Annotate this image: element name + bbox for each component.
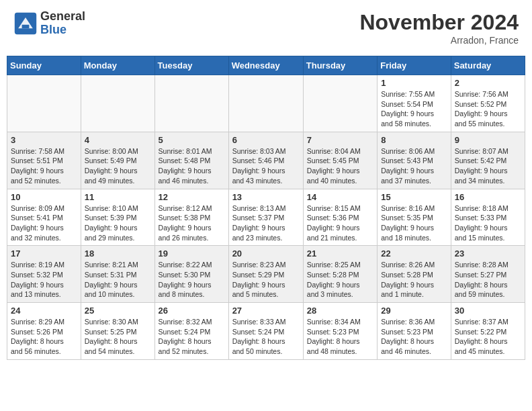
weekday-header-wednesday: Wednesday — [228, 56, 303, 75]
calendar-cell: 13Sunrise: 8:13 AMSunset: 5:37 PMDayligh… — [228, 189, 303, 246]
day-info: Sunrise: 8:19 AMSunset: 5:32 PMDaylight:… — [11, 260, 77, 300]
day-number: 16 — [455, 192, 521, 202]
calendar-cell: 22Sunrise: 8:26 AMSunset: 5:28 PMDayligh… — [378, 246, 451, 303]
calendar-cell: 24Sunrise: 8:29 AMSunset: 5:26 PMDayligh… — [7, 303, 81, 360]
day-info: Sunrise: 8:23 AMSunset: 5:29 PMDaylight:… — [232, 260, 300, 300]
day-number: 1 — [381, 78, 447, 88]
day-info: Sunrise: 8:33 AMSunset: 5:24 PMDaylight:… — [232, 317, 300, 357]
calendar-cell: 26Sunrise: 8:32 AMSunset: 5:24 PMDayligh… — [154, 303, 228, 360]
calendar-cell: 30Sunrise: 8:37 AMSunset: 5:22 PMDayligh… — [451, 303, 525, 360]
day-info: Sunrise: 8:07 AMSunset: 5:42 PMDaylight:… — [455, 146, 521, 186]
weekday-header-tuesday: Tuesday — [154, 56, 228, 75]
calendar-cell: 21Sunrise: 8:25 AMSunset: 5:28 PMDayligh… — [303, 246, 377, 303]
day-info: Sunrise: 8:32 AMSunset: 5:24 PMDaylight:… — [159, 317, 225, 357]
page-header: General Blue November 2024 Arradon, Fran… — [7, 7, 525, 49]
svg-rect-2 — [22, 25, 30, 28]
day-number: 13 — [232, 192, 300, 202]
calendar-cell — [154, 75, 228, 132]
logo-blue: Blue — [40, 24, 85, 37]
day-info: Sunrise: 8:34 AMSunset: 5:23 PMDaylight:… — [307, 317, 373, 357]
day-info: Sunrise: 8:15 AMSunset: 5:36 PMDaylight:… — [307, 203, 373, 243]
calendar-cell: 15Sunrise: 8:16 AMSunset: 5:35 PMDayligh… — [378, 189, 451, 246]
calendar-cell — [228, 75, 303, 132]
week-row-2: 3Sunrise: 7:58 AMSunset: 5:51 PMDaylight… — [7, 132, 525, 189]
day-number: 6 — [232, 135, 300, 145]
calendar-cell: 25Sunrise: 8:30 AMSunset: 5:25 PMDayligh… — [81, 303, 154, 360]
calendar-cell: 19Sunrise: 8:22 AMSunset: 5:30 PMDayligh… — [154, 246, 228, 303]
day-info: Sunrise: 8:04 AMSunset: 5:45 PMDaylight:… — [307, 146, 373, 186]
week-row-5: 24Sunrise: 8:29 AMSunset: 5:26 PMDayligh… — [7, 303, 525, 360]
calendar-cell: 20Sunrise: 8:23 AMSunset: 5:29 PMDayligh… — [228, 246, 303, 303]
day-info: Sunrise: 8:16 AMSunset: 5:35 PMDaylight:… — [381, 203, 447, 243]
day-info: Sunrise: 8:18 AMSunset: 5:33 PMDaylight:… — [455, 203, 521, 243]
calendar-cell — [7, 75, 81, 132]
day-number: 7 — [307, 135, 373, 145]
day-number: 8 — [381, 135, 447, 145]
day-info: Sunrise: 8:03 AMSunset: 5:46 PMDaylight:… — [232, 146, 300, 186]
day-info: Sunrise: 8:28 AMSunset: 5:27 PMDaylight:… — [455, 260, 521, 300]
calendar-cell: 27Sunrise: 8:33 AMSunset: 5:24 PMDayligh… — [228, 303, 303, 360]
day-info: Sunrise: 8:06 AMSunset: 5:43 PMDaylight:… — [381, 146, 447, 186]
day-info: Sunrise: 8:09 AMSunset: 5:41 PMDaylight:… — [11, 203, 77, 243]
calendar-cell: 8Sunrise: 8:06 AMSunset: 5:43 PMDaylight… — [378, 132, 451, 189]
title-block: November 2024 Arradon, France — [359, 10, 519, 46]
logo-general: General — [40, 10, 85, 24]
calendar-cell: 1Sunrise: 7:55 AMSunset: 5:54 PMDaylight… — [378, 75, 451, 132]
day-number: 29 — [381, 306, 447, 316]
day-number: 10 — [11, 192, 77, 202]
calendar-cell — [81, 75, 154, 132]
day-info: Sunrise: 8:26 AMSunset: 5:28 PMDaylight:… — [381, 260, 447, 300]
day-info: Sunrise: 8:12 AMSunset: 5:38 PMDaylight:… — [159, 203, 225, 243]
day-number: 2 — [455, 78, 521, 88]
calendar-cell: 11Sunrise: 8:10 AMSunset: 5:39 PMDayligh… — [81, 189, 154, 246]
day-number: 30 — [455, 306, 521, 316]
logo: General Blue — [13, 10, 85, 37]
logo-icon — [13, 11, 38, 36]
weekday-header-friday: Friday — [378, 56, 451, 75]
day-number: 23 — [455, 248, 521, 259]
logo-text: General Blue — [40, 10, 85, 37]
day-number: 28 — [307, 306, 373, 316]
day-number: 17 — [11, 248, 77, 259]
day-info: Sunrise: 8:01 AMSunset: 5:48 PMDaylight:… — [159, 146, 225, 186]
day-number: 14 — [307, 192, 373, 202]
day-number: 18 — [85, 248, 151, 259]
month-title: November 2024 — [359, 10, 519, 35]
day-info: Sunrise: 8:25 AMSunset: 5:28 PMDaylight:… — [307, 260, 373, 300]
day-number: 21 — [307, 248, 373, 259]
week-row-1: 1Sunrise: 7:55 AMSunset: 5:54 PMDaylight… — [7, 75, 525, 132]
calendar-cell: 9Sunrise: 8:07 AMSunset: 5:42 PMDaylight… — [451, 132, 525, 189]
day-number: 5 — [159, 135, 225, 145]
calendar-cell: 5Sunrise: 8:01 AMSunset: 5:48 PMDaylight… — [154, 132, 228, 189]
calendar-cell: 10Sunrise: 8:09 AMSunset: 5:41 PMDayligh… — [7, 189, 81, 246]
day-number: 4 — [85, 135, 151, 145]
day-number: 20 — [232, 248, 300, 259]
day-info: Sunrise: 8:36 AMSunset: 5:23 PMDaylight:… — [381, 317, 447, 357]
calendar-cell: 3Sunrise: 7:58 AMSunset: 5:51 PMDaylight… — [7, 132, 81, 189]
calendar-cell: 16Sunrise: 8:18 AMSunset: 5:33 PMDayligh… — [451, 189, 525, 246]
calendar-cell: 17Sunrise: 8:19 AMSunset: 5:32 PMDayligh… — [7, 246, 81, 303]
day-info: Sunrise: 7:55 AMSunset: 5:54 PMDaylight:… — [381, 89, 447, 129]
calendar: SundayMondayTuesdayWednesdayThursdayFrid… — [7, 56, 525, 360]
day-info: Sunrise: 8:30 AMSunset: 5:25 PMDaylight:… — [85, 317, 151, 357]
calendar-cell: 12Sunrise: 8:12 AMSunset: 5:38 PMDayligh… — [154, 189, 228, 246]
weekday-header-row: SundayMondayTuesdayWednesdayThursdayFrid… — [7, 56, 525, 75]
day-info: Sunrise: 7:58 AMSunset: 5:51 PMDaylight:… — [11, 146, 77, 186]
day-number: 9 — [455, 135, 521, 145]
day-number: 11 — [85, 192, 151, 202]
weekday-header-saturday: Saturday — [451, 56, 525, 75]
calendar-cell: 28Sunrise: 8:34 AMSunset: 5:23 PMDayligh… — [303, 303, 377, 360]
day-info: Sunrise: 8:37 AMSunset: 5:22 PMDaylight:… — [455, 317, 521, 357]
weekday-header-thursday: Thursday — [303, 56, 377, 75]
calendar-cell: 7Sunrise: 8:04 AMSunset: 5:45 PMDaylight… — [303, 132, 377, 189]
location: Arradon, France — [359, 35, 519, 46]
day-info: Sunrise: 8:00 AMSunset: 5:49 PMDaylight:… — [85, 146, 151, 186]
calendar-cell: 6Sunrise: 8:03 AMSunset: 5:46 PMDaylight… — [228, 132, 303, 189]
day-number: 12 — [159, 192, 225, 202]
week-row-3: 10Sunrise: 8:09 AMSunset: 5:41 PMDayligh… — [7, 189, 525, 246]
calendar-cell: 2Sunrise: 7:56 AMSunset: 5:52 PMDaylight… — [451, 75, 525, 132]
week-row-4: 17Sunrise: 8:19 AMSunset: 5:32 PMDayligh… — [7, 246, 525, 303]
day-info: Sunrise: 8:10 AMSunset: 5:39 PMDaylight:… — [85, 203, 151, 243]
day-number: 3 — [11, 135, 77, 145]
day-info: Sunrise: 8:22 AMSunset: 5:30 PMDaylight:… — [159, 260, 225, 300]
